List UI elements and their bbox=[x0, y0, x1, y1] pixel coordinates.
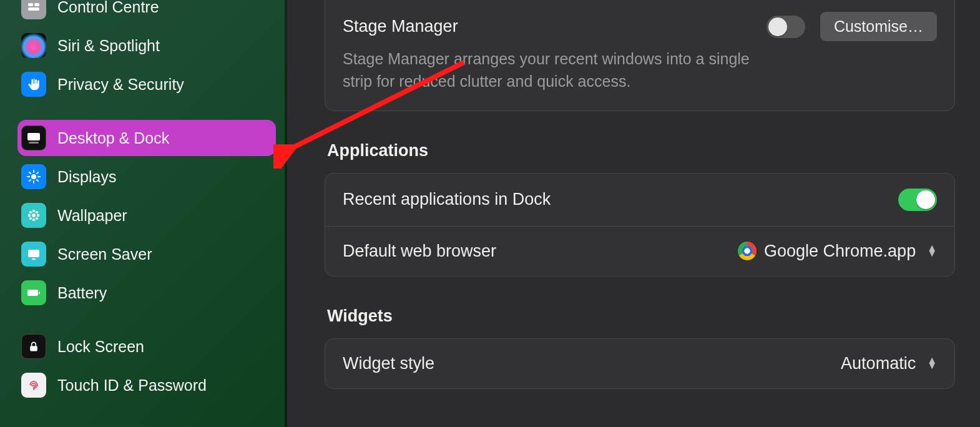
sidebar-item-screensaver[interactable]: Screen Saver bbox=[17, 236, 276, 272]
dock-icon bbox=[21, 125, 46, 150]
stage-manager-description: Stage Manager arranges your recent windo… bbox=[343, 47, 755, 93]
sidebar-item-lock-screen[interactable]: Lock Screen bbox=[17, 328, 276, 365]
sidebar-item-wallpaper[interactable]: Wallpaper bbox=[17, 197, 276, 233]
svg-rect-25 bbox=[27, 290, 38, 296]
recent-apps-row: Recent applications in Dock bbox=[325, 174, 954, 227]
sidebar-item-label: Control Centre bbox=[57, 0, 159, 16]
svg-rect-27 bbox=[30, 346, 37, 351]
stage-manager-card: Stage Manager Customise… Stage Manager a… bbox=[325, 0, 955, 111]
svg-rect-23 bbox=[28, 250, 39, 257]
chevron-up-down-icon: ▲▼ bbox=[927, 358, 937, 369]
default-browser-row: Default web browser Google Chrome.app ▲▼ bbox=[325, 227, 954, 276]
svg-point-20 bbox=[36, 211, 38, 214]
default-browser-select[interactable]: Google Chrome.app ▲▼ bbox=[738, 242, 937, 261]
settings-sidebar: Control Centre Siri & Spotlight Privacy … bbox=[0, 0, 287, 427]
sun-icon bbox=[21, 164, 46, 189]
svg-point-19 bbox=[29, 211, 32, 214]
svg-point-14 bbox=[32, 214, 36, 217]
settings-content: Stage Manager Customise… Stage Manager a… bbox=[287, 0, 980, 427]
fingerprint-icon bbox=[21, 373, 46, 398]
svg-rect-4 bbox=[29, 142, 39, 144]
svg-point-22 bbox=[36, 217, 38, 220]
svg-point-17 bbox=[28, 214, 31, 217]
svg-rect-2 bbox=[28, 7, 39, 11]
battery-icon bbox=[21, 280, 46, 305]
screensaver-icon bbox=[21, 242, 46, 267]
sidebar-item-desktop-dock[interactable]: Desktop & Dock bbox=[17, 120, 276, 156]
applications-header: Applications bbox=[327, 141, 955, 160]
svg-point-5 bbox=[31, 174, 36, 179]
svg-rect-0 bbox=[28, 3, 33, 6]
svg-rect-1 bbox=[34, 3, 39, 6]
svg-point-21 bbox=[29, 217, 32, 220]
sidebar-item-label: Touch ID & Password bbox=[57, 376, 207, 395]
sidebar-item-label: Screen Saver bbox=[57, 245, 152, 263]
lock-icon bbox=[21, 334, 46, 359]
sidebar-item-displays[interactable]: Displays bbox=[17, 159, 276, 195]
sidebar-item-label: Privacy & Security bbox=[57, 76, 184, 94]
sidebar-item-label: Wallpaper bbox=[57, 207, 127, 225]
customise-button[interactable]: Customise… bbox=[820, 12, 937, 41]
widget-style-value: Automatic bbox=[841, 354, 916, 373]
svg-line-10 bbox=[29, 172, 31, 174]
svg-line-11 bbox=[37, 180, 38, 181]
chevron-up-down-icon: ▲▼ bbox=[927, 245, 937, 257]
svg-rect-3 bbox=[27, 133, 40, 140]
svg-rect-24 bbox=[32, 258, 36, 260]
siri-icon bbox=[21, 33, 46, 58]
svg-line-12 bbox=[29, 180, 31, 181]
applications-card: Recent applications in Dock Default web … bbox=[325, 173, 955, 277]
sidebar-item-siri[interactable]: Siri & Spotlight bbox=[17, 27, 276, 64]
sidebar-item-privacy[interactable]: Privacy & Security bbox=[17, 66, 276, 102]
svg-point-16 bbox=[32, 218, 35, 221]
flower-icon bbox=[21, 203, 46, 228]
hand-icon bbox=[21, 72, 46, 97]
svg-point-18 bbox=[37, 214, 39, 217]
control-centre-icon bbox=[21, 0, 46, 19]
widgets-card: Widget style Automatic ▲▼ bbox=[325, 338, 955, 389]
stage-manager-title: Stage Manager bbox=[343, 17, 752, 36]
recent-apps-toggle[interactable] bbox=[898, 189, 937, 211]
default-browser-value: Google Chrome.app bbox=[764, 242, 916, 261]
default-browser-label: Default web browser bbox=[343, 242, 738, 261]
sidebar-item-label: Battery bbox=[57, 284, 107, 302]
widgets-header: Widgets bbox=[327, 307, 955, 326]
sidebar-item-label: Siri & Spotlight bbox=[57, 37, 160, 55]
widget-style-label: Widget style bbox=[343, 354, 841, 373]
widget-style-select[interactable]: Automatic ▲▼ bbox=[841, 354, 937, 373]
widget-style-row: Widget style Automatic ▲▼ bbox=[325, 339, 954, 388]
chrome-icon bbox=[738, 242, 757, 260]
svg-line-13 bbox=[37, 172, 38, 174]
sidebar-item-label: Displays bbox=[57, 168, 116, 186]
svg-rect-26 bbox=[39, 292, 40, 294]
sidebar-item-touchid[interactable]: Touch ID & Password bbox=[17, 367, 276, 403]
stage-manager-toggle[interactable] bbox=[767, 16, 805, 38]
sidebar-item-label: Desktop & Dock bbox=[57, 129, 169, 147]
recent-apps-label: Recent applications in Dock bbox=[343, 190, 898, 209]
sidebar-item-battery[interactable]: Battery bbox=[17, 275, 276, 311]
sidebar-item-label: Lock Screen bbox=[57, 338, 144, 356]
svg-point-15 bbox=[32, 210, 35, 212]
sidebar-item-control-centre[interactable]: Control Centre bbox=[17, 0, 276, 25]
